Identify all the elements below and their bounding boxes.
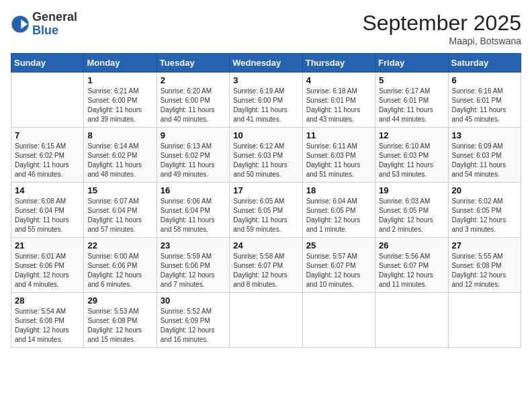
day-number: 24 xyxy=(233,240,298,250)
day-info: Sunrise: 6:19 AM Sunset: 6:00 PM Dayligh… xyxy=(233,87,298,124)
day-number: 5 xyxy=(379,75,444,85)
calendar-cell: 25Sunrise: 5:57 AM Sunset: 6:07 PM Dayli… xyxy=(302,238,375,293)
day-number: 2 xyxy=(161,75,226,85)
weekday-header-row: SundayMondayTuesdayWednesdayThursdayFrid… xyxy=(11,54,521,73)
calendar-cell: 29Sunrise: 5:53 AM Sunset: 6:08 PM Dayli… xyxy=(84,293,157,348)
day-number: 25 xyxy=(306,240,371,250)
calendar-cell: 7Sunrise: 6:15 AM Sunset: 6:02 PM Daylig… xyxy=(11,128,84,183)
day-info: Sunrise: 6:18 AM Sunset: 6:01 PM Dayligh… xyxy=(306,87,371,124)
weekday-header-tuesday: Tuesday xyxy=(157,54,229,73)
logo-general-text: General xyxy=(32,11,77,24)
week-row-1: 1Sunrise: 6:21 AM Sunset: 6:00 PM Daylig… xyxy=(11,73,521,128)
day-number: 3 xyxy=(233,75,298,85)
calendar-cell: 2Sunrise: 6:20 AM Sunset: 6:00 PM Daylig… xyxy=(157,73,229,128)
calendar-cell: 24Sunrise: 5:58 AM Sunset: 6:07 PM Dayli… xyxy=(230,238,302,293)
calendar-cell xyxy=(302,293,375,348)
calendar-cell: 23Sunrise: 5:59 AM Sunset: 6:06 PM Dayli… xyxy=(157,238,229,293)
calendar-cell: 26Sunrise: 5:56 AM Sunset: 6:07 PM Dayli… xyxy=(375,238,448,293)
day-number: 20 xyxy=(452,185,517,195)
day-info: Sunrise: 6:08 AM Sunset: 6:04 PM Dayligh… xyxy=(15,197,80,234)
week-row-4: 21Sunrise: 6:01 AM Sunset: 6:06 PM Dayli… xyxy=(11,238,521,293)
weekday-header-saturday: Saturday xyxy=(448,54,521,73)
day-info: Sunrise: 6:00 AM Sunset: 6:06 PM Dayligh… xyxy=(87,252,152,289)
day-info: Sunrise: 5:52 AM Sunset: 6:09 PM Dayligh… xyxy=(161,307,226,345)
day-info: Sunrise: 5:55 AM Sunset: 6:08 PM Dayligh… xyxy=(452,252,517,289)
day-number: 26 xyxy=(379,240,444,250)
weekday-header-thursday: Thursday xyxy=(302,54,375,73)
calendar-cell: 14Sunrise: 6:08 AM Sunset: 6:04 PM Dayli… xyxy=(11,183,84,238)
day-info: Sunrise: 6:12 AM Sunset: 6:03 PM Dayligh… xyxy=(233,142,298,179)
day-info: Sunrise: 6:14 AM Sunset: 6:02 PM Dayligh… xyxy=(87,142,152,179)
day-number: 9 xyxy=(161,130,226,140)
day-number: 1 xyxy=(87,75,152,85)
logo-icon xyxy=(11,15,30,34)
logo: General Blue xyxy=(11,11,77,38)
calendar-cell: 3Sunrise: 6:19 AM Sunset: 6:00 PM Daylig… xyxy=(230,73,302,128)
calendar-cell: 28Sunrise: 5:54 AM Sunset: 6:08 PM Dayli… xyxy=(11,293,84,348)
calendar-cell: 13Sunrise: 6:09 AM Sunset: 6:03 PM Dayli… xyxy=(448,128,521,183)
day-info: Sunrise: 6:07 AM Sunset: 6:04 PM Dayligh… xyxy=(87,197,152,234)
calendar-cell: 6Sunrise: 6:16 AM Sunset: 6:01 PM Daylig… xyxy=(448,73,521,128)
calendar-cell: 20Sunrise: 6:02 AM Sunset: 6:05 PM Dayli… xyxy=(448,183,521,238)
week-row-3: 14Sunrise: 6:08 AM Sunset: 6:04 PM Dayli… xyxy=(11,183,521,238)
day-number: 17 xyxy=(233,185,298,195)
calendar-cell: 8Sunrise: 6:14 AM Sunset: 6:02 PM Daylig… xyxy=(84,128,157,183)
day-info: Sunrise: 6:09 AM Sunset: 6:03 PM Dayligh… xyxy=(452,142,517,179)
calendar-cell: 9Sunrise: 6:13 AM Sunset: 6:02 PM Daylig… xyxy=(157,128,229,183)
calendar-table: SundayMondayTuesdayWednesdayThursdayFrid… xyxy=(11,53,521,348)
logo-blue-text: Blue xyxy=(32,24,77,38)
day-number: 16 xyxy=(161,185,226,195)
calendar-cell xyxy=(11,73,84,128)
page-header: General Blue September 2025 Maapi, Botsw… xyxy=(11,11,521,46)
day-number: 15 xyxy=(87,185,152,195)
week-row-5: 28Sunrise: 5:54 AM Sunset: 6:08 PM Dayli… xyxy=(11,293,521,348)
day-number: 7 xyxy=(15,130,80,140)
day-info: Sunrise: 6:03 AM Sunset: 6:05 PM Dayligh… xyxy=(379,197,444,234)
calendar-cell: 18Sunrise: 6:04 AM Sunset: 6:05 PM Dayli… xyxy=(302,183,375,238)
day-number: 28 xyxy=(15,295,80,306)
day-info: Sunrise: 6:10 AM Sunset: 6:03 PM Dayligh… xyxy=(379,142,444,179)
day-number: 12 xyxy=(379,130,444,140)
calendar-cell: 12Sunrise: 6:10 AM Sunset: 6:03 PM Dayli… xyxy=(375,128,448,183)
week-row-2: 7Sunrise: 6:15 AM Sunset: 6:02 PM Daylig… xyxy=(11,128,521,183)
logo-text: General Blue xyxy=(32,11,77,38)
day-number: 4 xyxy=(306,75,371,85)
calendar-cell: 5Sunrise: 6:17 AM Sunset: 6:01 PM Daylig… xyxy=(375,73,448,128)
day-info: Sunrise: 6:06 AM Sunset: 6:04 PM Dayligh… xyxy=(161,197,226,234)
month-title: September 2025 xyxy=(362,11,521,36)
day-info: Sunrise: 6:01 AM Sunset: 6:06 PM Dayligh… xyxy=(15,252,80,289)
day-info: Sunrise: 6:13 AM Sunset: 6:02 PM Dayligh… xyxy=(161,142,226,179)
day-info: Sunrise: 6:20 AM Sunset: 6:00 PM Dayligh… xyxy=(161,87,226,124)
calendar-cell: 16Sunrise: 6:06 AM Sunset: 6:04 PM Dayli… xyxy=(157,183,229,238)
day-info: Sunrise: 5:59 AM Sunset: 6:06 PM Dayligh… xyxy=(161,252,226,289)
day-number: 29 xyxy=(87,295,152,306)
day-number: 18 xyxy=(306,185,371,195)
day-info: Sunrise: 6:02 AM Sunset: 6:05 PM Dayligh… xyxy=(452,197,517,234)
calendar-cell: 15Sunrise: 6:07 AM Sunset: 6:04 PM Dayli… xyxy=(84,183,157,238)
calendar-cell: 19Sunrise: 6:03 AM Sunset: 6:05 PM Dayli… xyxy=(375,183,448,238)
day-number: 27 xyxy=(452,240,517,250)
day-info: Sunrise: 5:56 AM Sunset: 6:07 PM Dayligh… xyxy=(379,252,444,289)
day-number: 11 xyxy=(306,130,371,140)
calendar-cell xyxy=(448,293,521,348)
weekday-header-friday: Friday xyxy=(375,54,448,73)
calendar-cell: 10Sunrise: 6:12 AM Sunset: 6:03 PM Dayli… xyxy=(230,128,302,183)
day-number: 19 xyxy=(379,185,444,195)
day-info: Sunrise: 6:05 AM Sunset: 6:05 PM Dayligh… xyxy=(233,197,298,234)
day-info: Sunrise: 5:57 AM Sunset: 6:07 PM Dayligh… xyxy=(306,252,371,289)
weekday-header-sunday: Sunday xyxy=(11,54,84,73)
day-number: 23 xyxy=(161,240,226,250)
calendar-cell: 17Sunrise: 6:05 AM Sunset: 6:05 PM Dayli… xyxy=(230,183,302,238)
calendar-cell: 22Sunrise: 6:00 AM Sunset: 6:06 PM Dayli… xyxy=(84,238,157,293)
calendar-cell xyxy=(375,293,448,348)
title-section: September 2025 Maapi, Botswana xyxy=(362,11,521,46)
calendar-cell: 30Sunrise: 5:52 AM Sunset: 6:09 PM Dayli… xyxy=(157,293,229,348)
day-number: 6 xyxy=(452,75,517,85)
calendar-cell: 1Sunrise: 6:21 AM Sunset: 6:00 PM Daylig… xyxy=(84,73,157,128)
calendar-cell: 4Sunrise: 6:18 AM Sunset: 6:01 PM Daylig… xyxy=(302,73,375,128)
day-number: 14 xyxy=(15,185,80,195)
day-number: 22 xyxy=(87,240,152,250)
day-info: Sunrise: 6:15 AM Sunset: 6:02 PM Dayligh… xyxy=(15,142,80,179)
day-number: 21 xyxy=(15,240,80,250)
day-info: Sunrise: 5:58 AM Sunset: 6:07 PM Dayligh… xyxy=(233,252,298,289)
